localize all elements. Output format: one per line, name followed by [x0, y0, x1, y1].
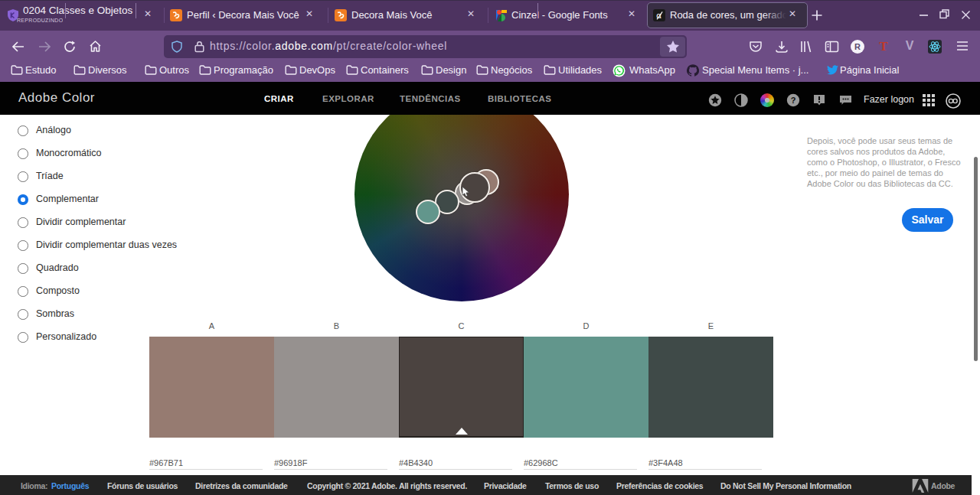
svg-text:?: ? [791, 96, 796, 105]
